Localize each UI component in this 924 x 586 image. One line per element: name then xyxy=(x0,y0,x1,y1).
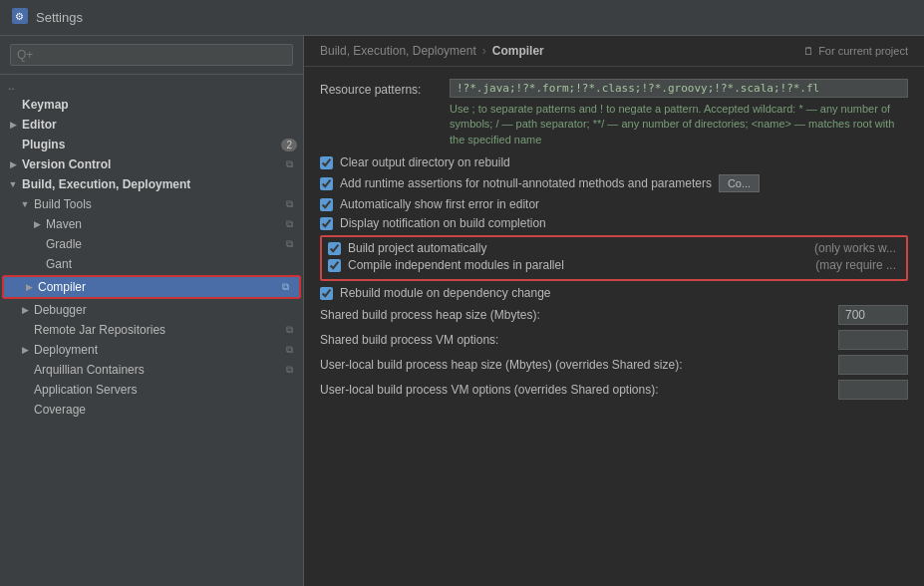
label-gradle: Gradle xyxy=(46,237,286,251)
sidebar-nav-list: ..Keymap▶EditorPlugins2▶Version Control⧉… xyxy=(0,75,303,586)
sidebar-search-area xyxy=(0,36,303,75)
arrow-version-control: ▶ xyxy=(8,159,18,169)
checkbox-row-compile-parallel: Compile independent modules in parallel(… xyxy=(328,258,900,272)
label-keymap: Keymap xyxy=(22,98,297,112)
sidebar-item-remote-jar[interactable]: Remote Jar Repositories⧉ xyxy=(0,320,303,340)
arrow-maven: ▶ xyxy=(32,219,42,229)
copy-icon-compiler: ⧉ xyxy=(282,281,293,293)
arrow-debugger: ▶ xyxy=(20,305,30,315)
arrow-deployment: ▶ xyxy=(20,345,30,355)
sidebar-item-gradle[interactable]: Gradle⧉ xyxy=(0,234,303,254)
input-label-vm-options: Shared build process VM options: xyxy=(320,333,830,347)
arrow-build-execution: ▼ xyxy=(8,179,18,189)
breadcrumb-project-icon: 🗒 xyxy=(803,45,814,57)
sidebar-item-keymap[interactable]: Keymap xyxy=(0,95,303,115)
sidebar-item-arquillian[interactable]: Arquillian Containers⧉ xyxy=(0,360,303,380)
copy-icon-build-tools: ⧉ xyxy=(286,198,297,210)
label-display-notification: Display notification on build completion xyxy=(340,216,546,230)
label-maven: Maven xyxy=(46,217,286,231)
checkbox-row-auto-show-error: Automatically show first error in editor xyxy=(320,197,908,211)
note-build-auto: (only works w... xyxy=(814,241,900,255)
copy-icon-maven: ⧉ xyxy=(286,218,297,230)
note-compile-parallel: (may require ... xyxy=(815,258,900,272)
label-plugins: Plugins xyxy=(22,138,275,151)
copy-icon-remote-jar: ⧉ xyxy=(286,324,297,336)
resource-value-input[interactable] xyxy=(450,79,908,98)
sidebar-ellipsis: .. xyxy=(0,75,303,95)
sidebar-item-build-execution[interactable]: ▼Build, Execution, Deployment xyxy=(0,174,303,194)
sidebar-item-app-servers[interactable]: Application Servers xyxy=(0,380,303,400)
sidebar: ..Keymap▶EditorPlugins2▶Version Control⧉… xyxy=(0,36,304,586)
sidebar-item-coverage[interactable]: Coverage xyxy=(0,400,303,420)
checkbox-compile-parallel[interactable] xyxy=(328,259,341,272)
checkbox-row-add-runtime: Add runtime assertions for notnull-annot… xyxy=(320,174,908,192)
label-coverage: Coverage xyxy=(34,403,297,417)
copy-icon-gradle: ⧉ xyxy=(286,238,297,250)
checkbox-row-build-auto: Build project automatically(only works w… xyxy=(328,241,900,255)
input-row-vm-options: Shared build process VM options: xyxy=(320,330,908,350)
input-label-local-vm: User-local build process VM options (ove… xyxy=(320,383,830,397)
checkbox-display-notification[interactable] xyxy=(320,217,333,230)
checkbox-rebuild-module[interactable] xyxy=(320,287,333,300)
label-deployment: Deployment xyxy=(34,343,286,357)
checkbox-add-runtime[interactable] xyxy=(320,177,333,190)
label-debugger: Debugger xyxy=(34,303,297,317)
label-editor: Editor xyxy=(22,118,297,132)
sidebar-item-compiler[interactable]: ▶Compiler⧉ xyxy=(4,277,299,297)
label-version-control: Version Control xyxy=(22,157,286,171)
sidebar-item-plugins[interactable]: Plugins2 xyxy=(0,135,303,154)
label-remote-jar: Remote Jar Repositories xyxy=(34,323,286,337)
resource-hint: Use ; to separate patterns and ! to nega… xyxy=(320,102,908,147)
label-clear-output: Clear output directory on rebuild xyxy=(340,155,510,169)
breadcrumb: Build, Execution, Deployment › Compiler … xyxy=(304,36,924,67)
checkbox-row-rebuild-module: Rebuild module on dependency change xyxy=(320,286,908,300)
copy-icon-version-control: ⧉ xyxy=(286,158,297,170)
search-input[interactable] xyxy=(10,44,293,66)
arrow-compiler: ▶ xyxy=(24,282,34,292)
label-build-execution: Build, Execution, Deployment xyxy=(22,177,297,191)
breadcrumb-part1: Build, Execution, Deployment xyxy=(320,44,476,58)
sidebar-item-maven[interactable]: ▶Maven⧉ xyxy=(0,214,303,234)
input-label-heap-size: Shared build process heap size (Mbytes): xyxy=(320,308,830,322)
sidebar-item-version-control[interactable]: ▶Version Control⧉ xyxy=(0,154,303,174)
sidebar-item-editor[interactable]: ▶Editor xyxy=(0,115,303,135)
label-build-tools: Build Tools xyxy=(34,197,286,211)
sidebar-item-debugger[interactable]: ▶Debugger xyxy=(0,300,303,320)
resource-patterns-row: Resource patterns: xyxy=(320,79,908,98)
breadcrumb-project: 🗒For current project xyxy=(803,45,908,57)
checkbox-clear-output[interactable] xyxy=(320,156,333,169)
settings-area: Resource patterns: Use ; to separate pat… xyxy=(304,67,924,586)
sidebar-item-build-tools[interactable]: ▼Build Tools⧉ xyxy=(0,194,303,214)
sidebar-item-gant[interactable]: Gant xyxy=(0,254,303,274)
resource-label: Resource patterns: xyxy=(320,80,450,97)
label-compile-parallel: Compile independent modules in parallel xyxy=(348,258,564,272)
input-field-heap-size[interactable] xyxy=(838,305,908,325)
btn-add-runtime[interactable]: Co... xyxy=(719,174,760,192)
settings-icon: ⚙ xyxy=(12,8,28,27)
input-row-heap-size: Shared build process heap size (Mbytes): xyxy=(320,305,908,325)
label-auto-show-error: Automatically show first error in editor xyxy=(340,197,539,211)
input-label-local-heap: User-local build process heap size (Mbyt… xyxy=(320,358,830,372)
arrow-editor: ▶ xyxy=(8,120,18,130)
label-build-auto: Build project automatically xyxy=(348,241,486,255)
right-panel: Build, Execution, Deployment › Compiler … xyxy=(304,36,924,586)
input-row-local-vm: User-local build process VM options (ove… xyxy=(320,380,908,400)
checkbox-auto-show-error[interactable] xyxy=(320,198,333,211)
highlighted-checkboxes-section: Build project automatically(only works w… xyxy=(320,235,908,281)
label-arquillian: Arquillian Containers xyxy=(34,363,286,377)
input-field-local-vm[interactable] xyxy=(838,380,908,400)
input-field-vm-options[interactable] xyxy=(838,330,908,350)
checkbox-build-auto[interactable] xyxy=(328,242,341,255)
badge-plugins: 2 xyxy=(281,139,297,151)
breadcrumb-sep: › xyxy=(482,44,486,58)
svg-text:⚙: ⚙ xyxy=(15,11,24,22)
input-field-local-heap[interactable] xyxy=(838,355,908,375)
label-compiler: Compiler xyxy=(38,280,282,294)
title-text: Settings xyxy=(36,10,83,25)
title-bar: ⚙ Settings xyxy=(0,0,924,36)
sidebar-item-deployment[interactable]: ▶Deployment⧉ xyxy=(0,340,303,360)
copy-icon-arquillian: ⧉ xyxy=(286,364,297,376)
label-rebuild-module: Rebuild module on dependency change xyxy=(340,286,551,300)
label-gant: Gant xyxy=(46,257,297,271)
label-add-runtime: Add runtime assertions for notnull-annot… xyxy=(340,176,712,190)
